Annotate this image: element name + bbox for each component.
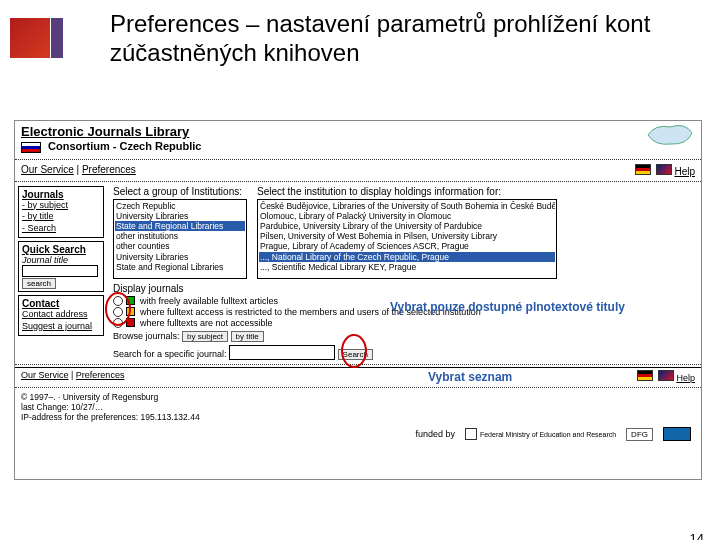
blue-logo — [663, 427, 691, 441]
bottom-help[interactable]: Help — [676, 373, 695, 383]
link-search[interactable]: - Search — [22, 223, 100, 235]
red-circle-annotation-2 — [341, 334, 367, 368]
nav-our-service[interactable]: Our Service — [21, 164, 74, 175]
ejl-header-link[interactable]: Electronic Journals Library — [15, 121, 701, 140]
top-nav: Our Service | Preferences — [21, 164, 136, 177]
czech-flag-icon — [21, 142, 41, 153]
quicksearch-button[interactable]: search — [22, 278, 56, 289]
browse-by-title-button[interactable]: by title — [231, 331, 264, 342]
contact-address-link[interactable]: Contact address — [22, 309, 100, 321]
uk-flag-icon-bottom[interactable] — [658, 370, 674, 381]
browse-label: Browse journals: — [113, 331, 180, 341]
consortium-label: Consortium - Czech Republic — [15, 140, 701, 157]
contact-heading: Contact — [22, 298, 59, 309]
slide-title: Preferences – nastavení parametrů prohlí… — [110, 10, 700, 68]
select-inst-label: Select the institution to display holdin… — [257, 186, 557, 197]
copyright-block: © 1997–. · University of Regensburg last… — [15, 390, 701, 425]
red-circle-annotation-1 — [105, 292, 131, 326]
select-group-label: Select a group of Institutions: — [113, 186, 247, 197]
quicksearch-heading: Quick Search — [22, 244, 86, 255]
nav-preferences[interactable]: Preferences — [82, 164, 136, 175]
help-link[interactable]: Help — [674, 166, 695, 177]
german-flag-icon-bottom[interactable] — [637, 370, 653, 381]
radio-nofull[interactable]: where fulltexts are not accessible — [113, 318, 695, 328]
bottom-preferences[interactable]: Preferences — [76, 370, 125, 380]
bottom-nav: Our Service | Preferences Help — [15, 367, 701, 385]
dfg-logo: DFG — [626, 428, 653, 441]
display-journals-label: Display journals — [113, 283, 695, 294]
funded-by-label: funded by — [415, 429, 455, 439]
nk-logo — [10, 18, 66, 58]
group-listbox[interactable]: Czech Republic University Libraries Stat… — [113, 199, 247, 279]
uk-flag-icon[interactable] — [656, 164, 672, 175]
german-flag-icon[interactable] — [635, 164, 651, 175]
specific-journal-input[interactable] — [229, 345, 335, 360]
page-number: 14 — [690, 531, 704, 540]
suggest-journal-link[interactable]: Suggest a journal — [22, 321, 100, 333]
browse-by-subject-button[interactable]: by subject — [182, 331, 228, 342]
institution-listbox[interactable]: České Budějovice, Libraries of the Unive… — [257, 199, 557, 279]
journal-title-label: Journal title — [22, 255, 100, 265]
link-by-subject[interactable]: - by subject — [22, 200, 100, 212]
link-by-title[interactable]: - by title — [22, 211, 100, 223]
annotation-list: Vybrat seznam — [428, 370, 512, 384]
bmbf-logo: Federal Ministry of Education and Resear… — [465, 428, 616, 440]
czech-map-icon — [645, 121, 695, 147]
annotation-fulltext: Vybrat pouze dostupné plnotextové tituly — [390, 300, 625, 314]
journals-heading: Journals — [22, 189, 64, 200]
bottom-our-service[interactable]: Our Service — [21, 370, 69, 380]
search-specific-label: Search for a specific journal: — [113, 349, 227, 359]
quicksearch-input[interactable] — [22, 265, 98, 277]
